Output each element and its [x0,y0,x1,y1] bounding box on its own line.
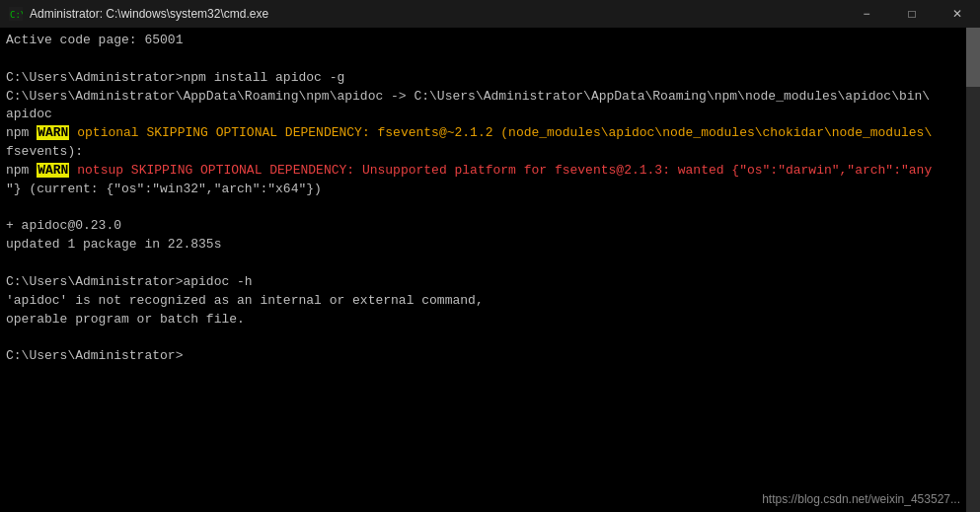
terminal-output: Active code page: 65001 C:\Users\Adminis… [6,32,974,366]
terminal-line [6,255,974,273]
window-title: Administrator: C:\windows\system32\cmd.e… [30,7,268,21]
terminal-line [6,199,974,218]
minimize-button[interactable]: − [844,0,889,28]
terminal-line [6,329,974,348]
terminal-line: fsevents): [6,143,974,162]
terminal-line: npm WARN notsup SKIPPING OPTIONAL DEPEND… [6,162,974,181]
terminal-line [6,50,974,69]
terminal-line: Active code page: 65001 [6,32,974,50]
scrollbar-thumb[interactable] [966,28,980,87]
terminal-line: "} (current: {"os":"win32","arch":"x64"}… [6,181,974,199]
terminal-line: C:\Users\Administrator>npm install apido… [6,69,974,88]
terminal-line: + apidoc@0.23.0 [6,217,974,236]
maximize-button[interactable]: □ [889,0,935,28]
terminal-line: C:\Users\Administrator> [6,347,974,366]
terminal-line: apidoc [6,106,974,124]
cmd-icon: C:\ [8,6,24,22]
terminal-line: C:\Users\Administrator>apidoc -h [6,273,974,292]
svg-text:C:\: C:\ [10,10,23,20]
title-bar-left: C:\ Administrator: C:\windows\system32\c… [8,6,268,22]
terminal-line: updated 1 package in 22.835s [6,236,974,255]
scrollbar[interactable] [966,28,980,512]
title-bar: C:\ Administrator: C:\windows\system32\c… [0,0,980,28]
terminal-line: npm WARN optional SKIPPING OPTIONAL DEPE… [6,124,974,143]
terminal-line: operable program or batch file. [6,311,974,329]
terminal-line: 'apidoc' is not recognized as an interna… [6,292,974,311]
terminal-line: C:\Users\Administrator\AppData\Roaming\n… [6,88,974,107]
watermark: https://blog.csdn.net/weixin_453527... [762,492,960,506]
terminal-area[interactable]: Active code page: 65001 C:\Users\Adminis… [0,28,980,512]
close-button[interactable]: ✕ [935,0,980,28]
window-controls: − □ ✕ [844,0,980,28]
